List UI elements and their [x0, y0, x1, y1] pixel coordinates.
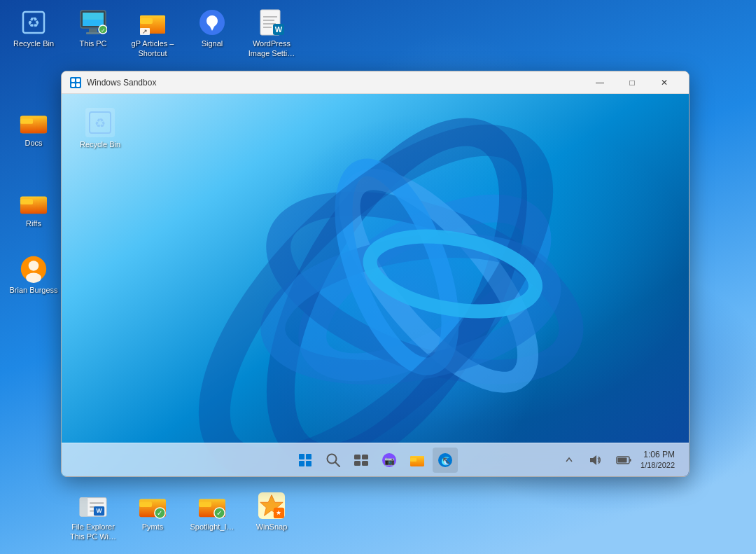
svg-text:♻: ♻ [94, 116, 106, 130]
window-title: Windows Sandbox [87, 78, 584, 88]
svg-rect-25 [20, 116, 47, 133]
svg-text:W: W [275, 25, 283, 34]
pymts-icon: ✓ [139, 492, 167, 520]
signal-icon [198, 8, 226, 36]
recycle-bin-icon: ♻ [20, 8, 48, 36]
cursor-indicator: ↖ [442, 453, 451, 466]
sandbox-recycle-bin[interactable]: ♻ Recycle Bin [76, 108, 125, 148]
riffs-icon [20, 188, 48, 216]
desktop-icon-file-explorer[interactable]: W File Explorer This PC Wi… [65, 489, 121, 545]
sandbox-recycle-icon: ♻ [85, 108, 115, 137]
sandbox-time: 1:06 PM [643, 450, 675, 461]
svg-rect-65 [299, 454, 304, 459]
svg-text:✓: ✓ [157, 509, 162, 517]
window-titlebar: Windows Sandbox — □ ✕ [62, 71, 689, 94]
svg-point-15 [206, 15, 218, 27]
svg-text:✓: ✓ [216, 509, 222, 517]
svg-marker-81 [590, 455, 596, 465]
sandbox-taskview-button[interactable] [349, 448, 374, 473]
docs-icon [20, 108, 48, 136]
wordpress-icon: W [258, 8, 286, 36]
desktop-icon-docs[interactable]: Docs [6, 105, 62, 151]
svg-text:♻: ♻ [27, 15, 40, 30]
minimize-button[interactable]: — [584, 71, 616, 94]
svg-rect-33 [80, 498, 88, 517]
winsnap-label: WinSnap [256, 522, 288, 532]
file-explorer-label: File Explorer This PC Wi… [68, 522, 118, 542]
gp-articles-icon: ↗ [139, 8, 167, 36]
maximize-button[interactable]: □ [616, 71, 648, 94]
window-app-icon [70, 77, 81, 88]
recycle-bin-label: Recycle Bin [13, 39, 54, 48]
sandbox-time-display: 1:06 PM 1/18/2022 [640, 450, 678, 471]
svg-rect-51 [71, 78, 75, 82]
svg-point-30 [29, 261, 39, 271]
spotlight-icon: ✓ [198, 492, 226, 520]
svg-rect-11 [140, 18, 153, 24]
this-pc-label: This PC [79, 39, 106, 48]
svg-rect-73 [354, 461, 360, 466]
sandbox-taskbar: 📷 [62, 443, 689, 476]
desktop-icon-spotlight[interactable]: ✓ Spotlight_I… [184, 489, 240, 534]
svg-rect-27 [20, 196, 47, 214]
window-controls: — □ ✕ [584, 71, 680, 94]
desktop-icon-user[interactable]: Brian Burgess [6, 252, 62, 298]
winsnap-icon: ★ [258, 492, 286, 520]
sandbox-start-button[interactable] [293, 448, 318, 473]
svg-rect-5 [89, 29, 97, 32]
svg-text:★: ★ [276, 509, 281, 516]
sandbox-content: ♻ Recycle Bin [62, 94, 689, 476]
svg-rect-84 [630, 459, 631, 462]
svg-rect-83 [618, 457, 627, 462]
sandbox-inner-area: ♻ Recycle Bin [62, 94, 689, 443]
this-pc-icon: ✓ [79, 8, 107, 36]
desktop-icon-recycle-bin[interactable]: ♻ Recycle Bin [6, 6, 62, 51]
signal-label: Signal [202, 39, 223, 48]
user-icon [20, 255, 48, 283]
svg-rect-72 [362, 455, 368, 459]
svg-rect-40 [139, 501, 152, 507]
svg-rect-68 [306, 461, 312, 466]
desktop-icon-signal[interactable]: Signal [184, 6, 240, 51]
svg-line-70 [335, 462, 340, 466]
svg-rect-4 [83, 13, 104, 20]
svg-rect-52 [76, 78, 80, 82]
desktop-icon-winsnap[interactable]: ★ WinSnap [244, 489, 300, 534]
svg-rect-66 [306, 454, 312, 459]
svg-rect-28 [20, 199, 33, 205]
sandbox-recycle-label: Recycle Bin [80, 140, 120, 148]
pymts-label: Pymts [142, 522, 164, 532]
sandbox-system-tray-expand[interactable] [561, 448, 578, 473]
svg-text:↗: ↗ [142, 28, 148, 35]
sandbox-teams-button[interactable]: 📷 [377, 448, 402, 473]
sandbox-window: Windows Sandbox — □ ✕ [61, 71, 690, 477]
svg-text:📷: 📷 [384, 455, 395, 466]
sandbox-files-button[interactable] [405, 448, 430, 473]
svg-rect-26 [20, 118, 33, 124]
file-explorer-icon: W [79, 492, 107, 520]
close-button[interactable]: ✕ [648, 71, 680, 94]
desktop-icon-wordpress[interactable]: W WordPress Image Setti… [244, 6, 300, 62]
sandbox-date: 1/18/2022 [640, 460, 675, 470]
svg-rect-44 [199, 501, 211, 507]
docs-label: Docs [24, 138, 42, 148]
desktop-icon-this-pc[interactable]: ✓ This PC [65, 6, 121, 51]
user-label: Brian Burgess [9, 285, 57, 295]
sandbox-volume-icon[interactable] [582, 448, 607, 473]
svg-rect-71 [354, 455, 360, 459]
wordpress-label: WordPress Image Setti… [246, 39, 297, 59]
desktop-icon-riffs[interactable]: Riffs [6, 186, 62, 231]
svg-text:W: W [97, 507, 103, 514]
svg-rect-67 [299, 461, 304, 466]
sandbox-search-button[interactable] [321, 448, 346, 473]
gp-articles-label: gP Articles – Shortcut [127, 39, 178, 59]
spotlight-label: Spotlight_I… [190, 522, 234, 532]
desktop-icon-gp-articles[interactable]: ↗ gP Articles – Shortcut [125, 6, 181, 62]
svg-rect-6 [86, 32, 100, 34]
svg-rect-74 [362, 461, 368, 466]
sandbox-desktop: ♻ Recycle Bin [62, 94, 689, 476]
svg-rect-54 [76, 83, 80, 87]
svg-rect-79 [410, 458, 416, 462]
desktop-icon-pymts[interactable]: ✓ Pymts [125, 489, 181, 534]
riffs-label: Riffs [26, 219, 41, 228]
